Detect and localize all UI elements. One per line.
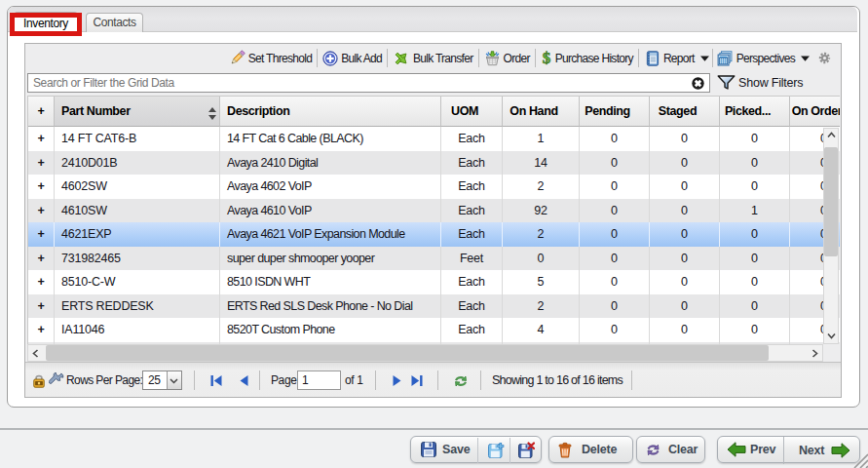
svg-text:$: $ [542,51,550,66]
